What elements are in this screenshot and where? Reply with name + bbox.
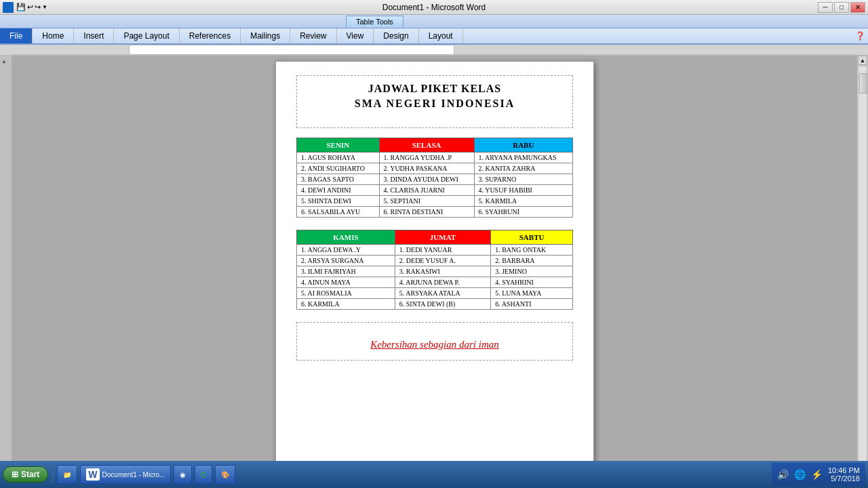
tray-icon-2: 🌐 xyxy=(794,469,806,480)
right-scrollbar[interactable]: ▲ ▼ xyxy=(857,56,868,473)
window-title: Document1 - Microsoft Word xyxy=(382,3,486,12)
word-icon xyxy=(3,2,14,13)
scroll-track[interactable] xyxy=(858,66,867,463)
table-row: 6. SINTA DEWI (B) xyxy=(395,299,490,310)
table-row: 4. SYAHRINI xyxy=(491,277,573,288)
tab-layout[interactable]: Layout xyxy=(419,28,463,43)
page-title-1: JADWAL PIKET KELAS xyxy=(311,83,559,95)
tray-icon-1: 🔊 xyxy=(777,469,789,480)
table-row: 5. LUNA MAYA xyxy=(491,288,573,299)
tab-file[interactable]: File xyxy=(0,28,33,43)
redo-icon[interactable]: ↪ xyxy=(35,3,41,12)
table-row: 1. ARYANA PAMUNGKAS xyxy=(474,152,572,163)
table-row: 3. JEMINO xyxy=(491,266,573,277)
table-row: 1. BANG ONTAK xyxy=(491,245,573,256)
taskbar-separator-1 xyxy=(52,465,53,484)
tab-design[interactable]: Design xyxy=(374,28,418,43)
start-label: Start xyxy=(21,470,39,479)
th-rabu: RABU xyxy=(474,138,572,152)
quick-access: 💾 ↩ ↪ ▼ xyxy=(16,3,47,12)
table-row: 6. RINTA DESTIANI xyxy=(379,207,474,218)
scroll-up-arrow[interactable]: ▲ xyxy=(858,56,867,65)
ribbon-right: ❓ xyxy=(855,28,868,43)
table-row: 5. ARSYAKA ATALA xyxy=(395,288,490,299)
table-row: 4. AINUN MAYA xyxy=(297,277,395,288)
table-row: 3. BAGAS SAPTO xyxy=(297,174,380,185)
ribbon: File Home Insert Page Layout References … xyxy=(0,28,868,45)
tab-pagelayout[interactable]: Page Layout xyxy=(114,28,179,43)
ruler xyxy=(0,45,868,56)
tab-references[interactable]: References xyxy=(180,28,241,43)
document-area[interactable]: JADWAL PIKET KELAS SMA NEGERI INDONESIA … xyxy=(12,56,857,473)
table-row: 2. ARSYA SURGANA xyxy=(297,256,395,266)
table-tools-bar: Table Tools xyxy=(0,15,868,28)
table-tools-label: Table Tools xyxy=(346,16,403,27)
motto: Kebersihan sebagian dari iman xyxy=(311,339,559,350)
left-margin: ▲ xyxy=(0,56,12,473)
ccleaner-icon: C xyxy=(201,471,205,479)
th-kamis: KAMIS xyxy=(297,230,395,245)
start-button[interactable]: ⊞ Start xyxy=(3,466,48,483)
start-icon: ⊞ xyxy=(12,470,18,479)
table-row: 6. ASHANTI xyxy=(491,299,573,310)
taskbar-paint[interactable]: 🎨 xyxy=(215,465,235,484)
table-row: 5. SEPTIANI xyxy=(379,196,474,207)
taskbar-explorer[interactable]: 📁 xyxy=(57,465,77,484)
table-row: 6. SYAHRUNI xyxy=(474,207,572,218)
clock-date: 5/7/2018 xyxy=(828,474,860,483)
table-row: 5. AI ROSMALIA xyxy=(297,288,395,299)
table-row: 5. SHINTA DEWI xyxy=(297,196,380,207)
table-row: 4. YUSUF HABIBI xyxy=(474,185,572,196)
table-row: 5. KARMILA xyxy=(474,196,572,207)
table-row: 2. ANDI SUGIHARTO xyxy=(297,163,380,174)
tab-mailings[interactable]: Mailings xyxy=(241,28,290,43)
table-row: 2. KANITA ZAHRA xyxy=(474,163,572,174)
word-taskbar-label: Document1 - Micro... xyxy=(102,471,165,479)
table-row: 3. DINDA AYUDIA DEWI xyxy=(379,174,474,185)
table-row: 2. YUDHA PASKANA xyxy=(379,163,474,174)
system-clock: 10:46 PM 5/7/2018 xyxy=(828,466,860,483)
tab-review[interactable]: Review xyxy=(290,28,336,43)
undo-icon[interactable]: ↩ xyxy=(27,3,33,12)
help-icon[interactable]: ❓ xyxy=(855,31,865,41)
maximize-button[interactable]: □ xyxy=(834,2,849,13)
th-jumat: JUMAT xyxy=(395,230,490,245)
table-row: 1. RANGGA YUDHA .P xyxy=(379,152,474,163)
tab-view[interactable]: View xyxy=(337,28,374,43)
taskbar-word[interactable]: W Document1 - Micro... xyxy=(80,465,171,484)
table-row: 4. DEWI ANDINI xyxy=(297,185,380,196)
taskbar-ccleaner[interactable]: C xyxy=(195,465,212,484)
title-bar-left: 💾 ↩ ↪ ▼ xyxy=(3,2,47,13)
window-controls: ─ □ ✕ xyxy=(818,2,865,13)
title-bar: 💾 ↩ ↪ ▼ Document1 - Microsoft Word ─ □ ✕ xyxy=(0,0,868,15)
th-senin: SENIN xyxy=(297,138,380,152)
clock-time: 10:46 PM xyxy=(828,466,860,474)
tab-insert[interactable]: Insert xyxy=(74,28,114,43)
scroll-thumb[interactable] xyxy=(859,73,867,94)
th-sabtu: SABTU xyxy=(491,230,573,245)
table-row: 1. AGUS ROHAYA xyxy=(297,152,380,163)
page-title-2: SMA NEGERI INDONESIA xyxy=(311,98,559,110)
schedule-table-1: SENIN SELASA RABU 1. AGUS ROHAYA1. RANGG… xyxy=(296,138,573,218)
table-row: 6. SALSABILA AYU xyxy=(297,207,380,218)
table-row: 3. ILMI FAJRIYAH xyxy=(297,266,395,277)
page: JADWAL PIKET KELAS SMA NEGERI INDONESIA … xyxy=(275,61,594,473)
taskbar-chrome[interactable]: ◉ xyxy=(174,465,192,484)
table-row: 2. DEDE YUSUF A. xyxy=(395,256,490,266)
tab-home[interactable]: Home xyxy=(33,28,74,43)
save-icon[interactable]: 💾 xyxy=(16,3,26,12)
main-area: ▲ JADWAL PIKET KELAS SMA NEGERI INDONESI… xyxy=(0,56,868,473)
tray-icon-3: ⚡ xyxy=(811,469,823,480)
table-row: 4. CLARISA JUARNI xyxy=(379,185,474,196)
table-row: 4. ARJUNA DEWA P. xyxy=(395,277,490,288)
chrome-icon: ◉ xyxy=(180,471,186,479)
explorer-icon: 📁 xyxy=(63,471,71,479)
word-taskbar-icon: W xyxy=(86,468,99,481)
table-row: 3. RAKASIWI xyxy=(395,266,490,277)
schedule-table-2: KAMIS JUMAT SABTU 1. ANGGA DEWA .Y1. DED… xyxy=(296,230,573,310)
close-button[interactable]: ✕ xyxy=(850,2,865,13)
dropdown-icon[interactable]: ▼ xyxy=(42,4,47,10)
title-section: JADWAL PIKET KELAS SMA NEGERI INDONESIA xyxy=(296,75,573,128)
minimize-button[interactable]: ─ xyxy=(818,2,833,13)
margin-arrows: ▲ xyxy=(1,58,7,64)
